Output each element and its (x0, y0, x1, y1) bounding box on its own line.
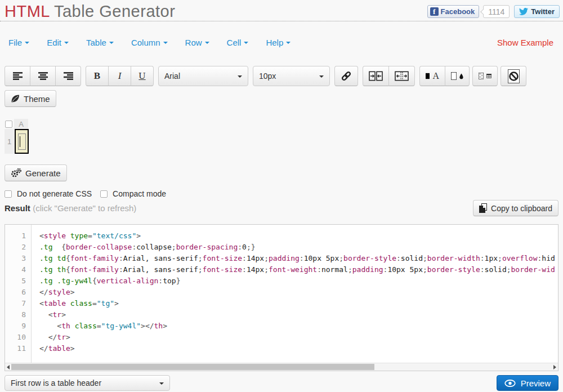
code-gutter: 1234567891011 (5, 225, 32, 363)
code-line[interactable]: .tg td{font-family:Arial, sans-serif;fon… (39, 253, 558, 264)
formatting-toolbar: B I U Arial 10px A (5, 66, 558, 86)
chevron-down-icon (205, 42, 209, 44)
header-option-value: First row is a table header (11, 378, 101, 387)
underline-button[interactable]: U (131, 66, 154, 86)
code-line[interactable]: .tg .tg-yw4l{vertical-align:top} (39, 275, 558, 287)
triangle-right-icon (553, 365, 556, 369)
code-line[interactable]: </table> (39, 343, 558, 354)
font-family-select[interactable]: Arial (158, 66, 248, 86)
table-grid-icon (486, 73, 491, 79)
align-center-button[interactable] (30, 66, 56, 86)
chevron-down-icon (244, 42, 248, 44)
generate-button[interactable]: Generate (5, 164, 67, 181)
scrollbar-thumb[interactable] (11, 364, 374, 370)
text-cursor (20, 136, 20, 147)
line-number: 8 (5, 309, 31, 320)
theme-row: Theme (5, 90, 558, 107)
code-line[interactable]: .tg {border-collapse:collapse;border-spa… (39, 242, 558, 253)
line-number: 1 (5, 230, 31, 242)
menu-help[interactable]: Help (266, 38, 291, 47)
fill-color-swatch-icon (451, 71, 457, 81)
color-button-group: A (419, 66, 470, 86)
line-number: 11 (5, 343, 31, 354)
row-header-1[interactable]: 1 (5, 129, 14, 154)
code-line[interactable]: <style type="text/css"> (39, 230, 558, 242)
menu-edit[interactable]: Edit (47, 38, 69, 47)
result-label: Result (5, 203, 30, 213)
facebook-share-button[interactable]: f Facebook (427, 5, 480, 18)
align-left-icon (13, 72, 23, 80)
menu-cell[interactable]: Cell (227, 38, 249, 47)
preview-button[interactable]: Preview (497, 375, 558, 391)
select-all-checkbox[interactable] (5, 121, 12, 128)
bold-icon: B (94, 70, 100, 82)
align-left-button[interactable] (5, 66, 30, 86)
line-number: 5 (5, 275, 31, 287)
align-button-group (5, 66, 81, 86)
menu-row[interactable]: Row (185, 38, 209, 47)
code-lines[interactable]: <style type="text/css">.tg {border-colla… (32, 225, 558, 363)
scroll-right-arrow[interactable] (552, 363, 558, 371)
code-line[interactable]: </style> (39, 287, 558, 298)
copy-label: Copy to clipboard (491, 204, 552, 213)
menu-column[interactable]: Column (131, 38, 168, 47)
clear-formatting-icon (508, 69, 520, 83)
share-count-value: 1114 (488, 7, 504, 16)
code-line[interactable]: <th class="tg-yw4l"></th> (39, 320, 558, 332)
twitter-label: Twitter (531, 7, 555, 16)
table-grid-editor: A 1 (5, 119, 563, 154)
underline-icon: U (138, 70, 145, 82)
chevron-down-icon (64, 42, 69, 44)
menu-file[interactable]: File (8, 38, 29, 47)
italic-button[interactable]: I (108, 66, 131, 86)
copy-to-clipboard-button[interactable]: Copy to clipboard (473, 200, 558, 216)
bold-button[interactable]: B (86, 66, 109, 86)
code-editor[interactable]: 1234567891011 <style type="text/css">.tg… (5, 225, 558, 363)
horizontal-scrollbar[interactable] (5, 363, 558, 371)
social-buttons: f Facebook 1114 Twitter (427, 5, 560, 18)
compact-mode-checkbox[interactable] (100, 190, 108, 198)
chevron-down-icon (286, 42, 291, 44)
line-number: 6 (5, 287, 31, 298)
compact-mode-label[interactable]: Compact mode (113, 189, 166, 198)
align-center-icon (38, 72, 48, 80)
no-css-checkbox[interactable] (5, 190, 12, 198)
menubar: File Edit Table Column Row Cell Help Sho… (0, 34, 563, 50)
column-header-a[interactable]: A (14, 119, 28, 129)
result-hint: (click "Generate" to refresh) (33, 203, 136, 213)
merge-cells-button[interactable] (363, 66, 389, 86)
table-background-button[interactable] (472, 66, 498, 86)
result-code-panel: 1234567891011 <style type="text/css">.tg… (5, 224, 558, 371)
align-right-button[interactable] (55, 66, 81, 86)
code-line[interactable]: </tr> (39, 332, 558, 343)
header-option-select[interactable]: First row is a table header (5, 375, 170, 391)
font-size-select[interactable]: 10px (253, 66, 330, 86)
insert-link-button[interactable] (334, 66, 358, 86)
cell-edit-input[interactable] (18, 133, 26, 150)
scroll-left-arrow[interactable] (5, 363, 11, 371)
italic-icon: I (118, 70, 122, 82)
clipboard-copy-icon (479, 203, 487, 213)
link-icon (341, 70, 352, 82)
chevron-down-icon (319, 75, 324, 78)
code-line[interactable]: <table class="tg"> (39, 298, 558, 309)
options-row: Do not generate CSS Compact mode (5, 189, 558, 198)
split-cell-button[interactable] (388, 66, 415, 86)
code-line[interactable]: .tg th{font-family:Arial, sans-serif;fon… (39, 264, 558, 275)
merge-split-group (363, 66, 415, 86)
table-cell-a1[interactable] (15, 129, 29, 154)
twitter-share-button[interactable]: Twitter (514, 5, 560, 18)
fill-color-button[interactable] (445, 66, 470, 86)
clear-formatting-button[interactable] (501, 66, 526, 86)
no-css-label[interactable]: Do not generate CSS (17, 189, 92, 198)
facebook-icon: f (430, 7, 439, 16)
show-example-link[interactable]: Show Example (497, 38, 553, 47)
text-color-button[interactable]: A (419, 66, 445, 86)
eye-icon (504, 380, 516, 387)
theme-button[interactable]: Theme (5, 90, 56, 107)
menu-table[interactable]: Table (86, 38, 114, 47)
code-line[interactable]: <tr> (39, 309, 558, 320)
transparency-checker-icon (479, 71, 484, 81)
align-right-icon (64, 72, 73, 80)
chevron-down-icon (109, 42, 114, 44)
